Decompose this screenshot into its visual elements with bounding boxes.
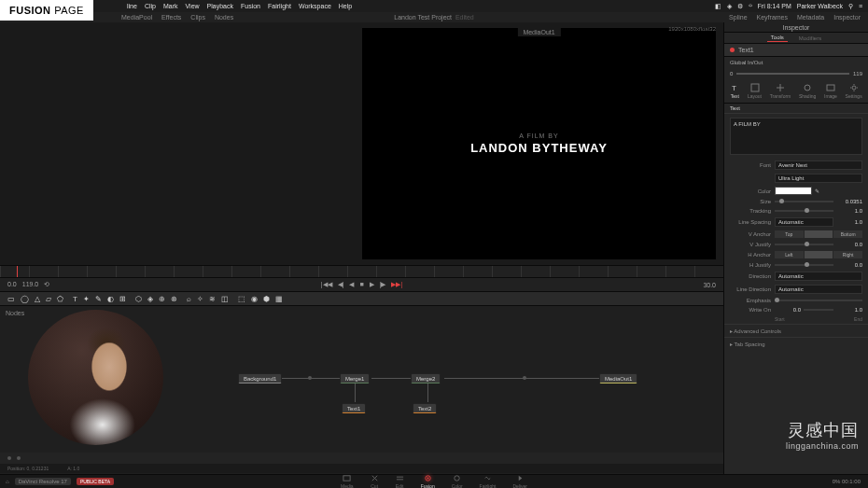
text-input[interactable]: A FILM BY xyxy=(730,118,862,155)
loop-icon[interactable]: ⟲ xyxy=(44,281,49,288)
go-last-icon[interactable]: ▶▶| xyxy=(391,281,402,288)
panel-toggle-effects[interactable]: Effects xyxy=(161,14,181,21)
menu-item[interactable]: Fairlight xyxy=(268,3,291,9)
write-on-end[interactable]: 1.0 xyxy=(836,307,862,313)
menu-item[interactable]: Help xyxy=(339,3,352,9)
v-justify-value[interactable]: 0.0 xyxy=(836,242,862,247)
node-mediaout[interactable]: MediaOut1 xyxy=(599,373,637,383)
page-tab-edit[interactable]: Edit xyxy=(396,474,404,488)
menu-item[interactable]: View xyxy=(186,3,200,9)
inspector-node-header[interactable]: Text1 xyxy=(724,44,868,57)
font-select[interactable]: Avenir Next xyxy=(775,160,862,170)
menu-item[interactable]: line xyxy=(127,3,137,9)
line-spacing-num[interactable]: 1.0 xyxy=(836,219,862,225)
home-icon[interactable]: ⌂ xyxy=(6,479,9,484)
viewer-left[interactable] xyxy=(0,22,362,265)
page-tab-media[interactable]: Media xyxy=(341,474,354,488)
mode-tab-layout[interactable]: Layout xyxy=(748,83,762,99)
prev-frame-icon[interactable]: ◀| xyxy=(338,281,344,288)
node-merge1[interactable]: Merge1 xyxy=(340,373,370,383)
panel-toggle-mediapool[interactable]: MediaPool xyxy=(121,14,152,21)
h-justify-value[interactable]: 0.0 xyxy=(836,262,862,268)
tool-icon[interactable]: ⊕ xyxy=(159,295,165,303)
tool-icon[interactable]: ▭ xyxy=(7,295,15,303)
h-justify-slider[interactable] xyxy=(775,264,833,266)
tool-icon[interactable]: ◫ xyxy=(221,295,229,303)
play-reverse-icon[interactable]: ◀ xyxy=(349,281,354,288)
wifi-icon[interactable]: ⌔ xyxy=(749,3,752,9)
search-icon[interactable]: ⚲ xyxy=(848,3,853,10)
next-frame-icon[interactable]: |▶ xyxy=(380,281,386,288)
inspector-tab-modifiers[interactable]: Modifiers xyxy=(795,35,825,42)
font-weight-select[interactable]: Ultra Light xyxy=(775,174,862,183)
tool-icon[interactable]: ⬢ xyxy=(263,295,270,303)
h-anchor-right[interactable]: Right xyxy=(833,251,862,258)
tracking-value[interactable]: 1.0 xyxy=(836,208,862,214)
size-value[interactable]: 0.0351 xyxy=(836,199,862,204)
v-anchor-bottom[interactable]: Bottom xyxy=(833,230,862,238)
menubar-icon[interactable]: ⚙ xyxy=(737,3,743,10)
page-tab-color[interactable]: Color xyxy=(452,474,463,488)
tool-icon[interactable]: ⬡ xyxy=(135,295,142,303)
menu-icon[interactable]: ≡ xyxy=(859,3,862,9)
collapse-tab-spacing[interactable]: ▸ Tab Spacing xyxy=(724,337,868,350)
tool-icon[interactable]: ▱ xyxy=(46,295,51,303)
menu-item[interactable]: Fusion xyxy=(241,3,260,9)
global-in-value[interactable]: 0 xyxy=(730,71,733,77)
tool-icon[interactable]: ⬠ xyxy=(57,295,63,303)
page-tab-fairlight[interactable]: Fairlight xyxy=(480,474,497,488)
v-anchor-center[interactable] xyxy=(805,230,833,238)
global-out-value[interactable]: 119 xyxy=(853,71,862,77)
panel-toggle-keyframes[interactable]: Keyframes xyxy=(757,14,788,21)
tool-icon[interactable]: ⊞ xyxy=(119,295,126,303)
emphasis-slider[interactable] xyxy=(775,300,862,301)
playhead[interactable] xyxy=(17,266,18,277)
viewer-right[interactable]: MediaOut1 A FILM BY LANDON BYTHEWAY xyxy=(362,28,716,259)
panel-toggle-clips[interactable]: Clips xyxy=(190,14,205,21)
menu-item[interactable]: Mark xyxy=(163,3,178,9)
mode-tab-shading[interactable]: Shading xyxy=(799,83,816,99)
tool-icon[interactable]: ⌕ xyxy=(187,295,191,303)
menu-item[interactable]: Playback xyxy=(207,3,233,9)
panel-toggle-nodes[interactable]: Nodes xyxy=(215,14,233,21)
tool-icon[interactable]: ◈ xyxy=(147,295,153,303)
node-merge2[interactable]: Merge2 xyxy=(411,373,441,383)
page-tab-fusion[interactable]: Fusion xyxy=(421,474,435,488)
panel-toggle-inspector[interactable]: Inspector xyxy=(833,14,861,21)
menubar-icon[interactable]: ◈ xyxy=(727,3,732,10)
tool-icon[interactable]: ◉ xyxy=(251,295,258,303)
line-spacing-select[interactable]: Automatic xyxy=(775,217,833,227)
go-first-icon[interactable]: |◀◀ xyxy=(321,281,332,288)
page-tab-cut[interactable]: Cut xyxy=(371,474,379,488)
h-anchor-left[interactable]: Left xyxy=(775,251,804,258)
tool-icon[interactable]: ✧ xyxy=(197,295,203,303)
tool-text-icon[interactable]: T xyxy=(73,295,77,303)
menubar-icon[interactable]: ◧ xyxy=(715,3,721,10)
eyedropper-icon[interactable]: ✎ xyxy=(815,188,819,194)
tool-icon[interactable]: △ xyxy=(35,295,40,303)
size-slider[interactable] xyxy=(775,201,833,202)
write-on-start[interactable]: 0.0 xyxy=(775,307,801,313)
color-swatch[interactable] xyxy=(775,187,812,195)
mode-tab-settings[interactable]: Settings xyxy=(846,83,862,99)
tool-icon[interactable]: ◯ xyxy=(21,295,29,303)
node-text2[interactable]: Text2 xyxy=(413,403,437,413)
tool-icon[interactable]: ⊗ xyxy=(171,295,177,303)
tool-icon[interactable]: ≋ xyxy=(209,295,216,303)
tool-icon[interactable]: ▦ xyxy=(275,295,283,303)
tool-icon[interactable]: ◐ xyxy=(107,295,114,303)
tool-paint-icon[interactable]: ✎ xyxy=(95,295,102,303)
tool-icon[interactable]: ⬚ xyxy=(238,295,245,303)
menu-item[interactable]: Clip xyxy=(145,3,156,9)
keyframe-dot[interactable] xyxy=(7,456,11,460)
direction-select[interactable]: Automatic xyxy=(775,272,862,281)
mode-tab-image[interactable]: Image xyxy=(824,83,837,99)
node-text1[interactable]: Text1 xyxy=(342,403,366,413)
global-range-slider[interactable] xyxy=(736,73,849,75)
write-on-slider[interactable] xyxy=(804,309,833,311)
stop-icon[interactable]: ■ xyxy=(359,281,363,288)
tracking-slider[interactable] xyxy=(775,210,833,212)
tool-icon[interactable]: ✦ xyxy=(83,295,90,303)
node-background[interactable]: Background1 xyxy=(238,373,282,383)
sub-tab-text[interactable]: Text xyxy=(730,105,740,111)
